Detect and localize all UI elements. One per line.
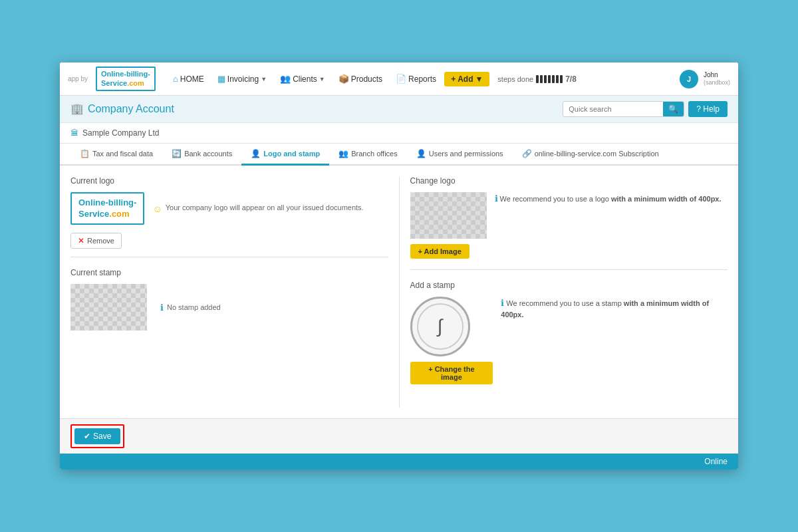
logo-hint: ☺ Your company logo will appear on all y… (152, 203, 363, 214)
logo-text: Online-billing- (101, 70, 150, 78)
stamp-area-row: ℹ No stamp added (70, 284, 388, 331)
invoicing-label: Invoicing (227, 74, 259, 84)
tab-subscription[interactable]: 🔗 online-billing-service.com Subscriptio… (513, 144, 668, 166)
add-dropdown-icon: ▼ (475, 74, 483, 84)
save-icon: ✔ (84, 432, 90, 441)
nav-menu: ⌂ HOME ▦ Invoicing ▼ 👥 Clients ▼ 📦 Produ… (168, 71, 674, 86)
remove-label: Remove (87, 237, 114, 245)
step-bar-4 (548, 75, 551, 83)
add-plus-icon: + (451, 74, 456, 84)
logo-display: Online-billing- Service.com ☺ Your compa… (70, 192, 388, 225)
home-icon: ⌂ (173, 74, 178, 84)
remove-x-icon: ✕ (78, 236, 84, 245)
no-stamp-text: No stamp added (167, 303, 221, 311)
stamp-placeholder (70, 284, 147, 331)
clients-dropdown-icon: ▼ (319, 76, 325, 82)
nav-invoicing[interactable]: ▦ Invoicing ▼ (212, 71, 272, 86)
home-label: HOME (180, 74, 204, 84)
add-label: Add (458, 74, 473, 84)
tax-icon: 📋 (80, 149, 90, 158)
steps-label: steps done (497, 75, 533, 83)
left-panel: Current logo Online-billing- Service.com… (70, 176, 400, 408)
no-stamp-info-icon: ℹ (160, 303, 164, 313)
logo-icon: 👤 (251, 149, 261, 158)
step-bar-5 (552, 75, 555, 83)
steps-bars (536, 75, 563, 83)
user-sandbox: (sandbox) (704, 79, 730, 87)
add-image-button[interactable]: + Add Image (410, 244, 469, 259)
save-btn-wrapper: ✔ Save (70, 424, 124, 448)
reports-label: Reports (408, 74, 436, 84)
add-image-label: + Add Image (418, 247, 462, 255)
step-bar-3 (544, 75, 547, 83)
step-bar-2 (540, 75, 543, 83)
nav-products[interactable]: 📦 Products (333, 71, 388, 86)
tab-tax[interactable]: 📋 Tax and fiscal data (70, 144, 162, 166)
tabs-row: 📋 Tax and fiscal data 🔄 Bank accounts 👤 … (60, 144, 738, 166)
tab-bank-label: Bank accounts (184, 150, 232, 158)
tab-users-label: Users and permissions (429, 150, 503, 158)
company-name: Sample Company Ltd (82, 128, 159, 138)
step-bar-6 (556, 75, 559, 83)
save-button[interactable]: ✔ Save (74, 428, 120, 444)
add-button[interactable]: + Add ▼ (444, 72, 489, 86)
change-logo-area: Change logo + Add Image ℹ We recommend y… (410, 176, 728, 259)
tab-bank[interactable]: 🔄 Bank accounts (162, 144, 241, 166)
online-status: Online (704, 457, 728, 466)
steps-count: 7/8 (565, 74, 577, 84)
search-icon: 🔍 (668, 104, 678, 114)
logo-text2: Service.com (101, 79, 150, 88)
products-icon: 📦 (338, 74, 349, 84)
search-box: 🔍 (563, 101, 684, 117)
branch-icon: 👥 (338, 149, 348, 158)
help-button[interactable]: ? Help (688, 101, 728, 117)
steps-done: steps done 7/8 (497, 74, 577, 84)
search-button[interactable]: 🔍 (663, 102, 684, 116)
current-logo-preview: Online-billing- Service.com (70, 192, 144, 225)
clients-icon: 👥 (280, 74, 291, 84)
remove-button[interactable]: ✕ Remove (70, 233, 122, 249)
nav-reports[interactable]: 📄 Reports (390, 71, 442, 86)
hint-icon: ☺ (152, 203, 162, 214)
users-icon: 👤 (416, 149, 426, 158)
current-stamp-title: Current stamp (70, 268, 388, 277)
header-right: 🔍 ? Help (563, 101, 728, 117)
header-bar: 🏢 Company Account 🔍 ? Help (60, 96, 738, 123)
tab-branch[interactable]: 👥 Branch offices (329, 144, 407, 166)
recommend-stamp-text: ℹ We recommend you to use a stamp with a… (501, 297, 728, 321)
online-badge: Online (60, 454, 738, 469)
logo-dot: .com (127, 79, 144, 87)
logo-preview-text2: Service.com (78, 209, 136, 220)
change-image-label: + Change the image (418, 365, 485, 381)
products-label: Products (351, 74, 382, 84)
tab-logo-label: Logo and stamp (263, 150, 320, 158)
company-account-title: 🏢 Company Account (70, 102, 174, 115)
right-divider (410, 269, 728, 270)
company-row: 🏛 Sample Company Ltd (60, 123, 738, 144)
stamp-circle: ∫ (410, 297, 470, 356)
help-label: ? Help (696, 104, 720, 114)
company-icon: 🏢 (70, 102, 84, 115)
user-info: John (sandbox) (704, 70, 730, 87)
reports-icon: 📄 (396, 74, 406, 84)
recommend-stamp-normal: We recommend you to use a stamp (506, 299, 621, 307)
stamp-inner-circle: ∫ (417, 303, 464, 350)
tab-branch-label: Branch offices (351, 150, 398, 158)
brand-logo[interactable]: Online-billing- Service.com (96, 66, 156, 90)
app-by-label: app by (68, 75, 88, 82)
recommend-stamp-icon: ℹ (501, 298, 504, 308)
stamp-section: Current stamp ℹ No stamp added (70, 268, 388, 331)
tab-logo[interactable]: 👤 Logo and stamp (241, 144, 329, 166)
logo-stamp-divider (70, 257, 388, 257)
no-stamp-message: ℹ No stamp added (160, 303, 221, 313)
step-bar-7 (560, 75, 563, 83)
search-input[interactable] (563, 102, 663, 116)
change-image-button[interactable]: + Change the image (410, 362, 493, 384)
logo-preview-dot: .com (109, 209, 129, 219)
add-stamp-row: ∫ + Change the image ℹ We recommend you … (410, 297, 728, 384)
recommend-logo-normal: We recommend you to use a logo (500, 195, 609, 203)
bank-icon: 🔄 (172, 149, 182, 158)
tab-users[interactable]: 👤 Users and permissions (407, 144, 513, 166)
nav-clients[interactable]: 👥 Clients ▼ (275, 71, 331, 86)
nav-home[interactable]: ⌂ HOME (168, 71, 209, 86)
